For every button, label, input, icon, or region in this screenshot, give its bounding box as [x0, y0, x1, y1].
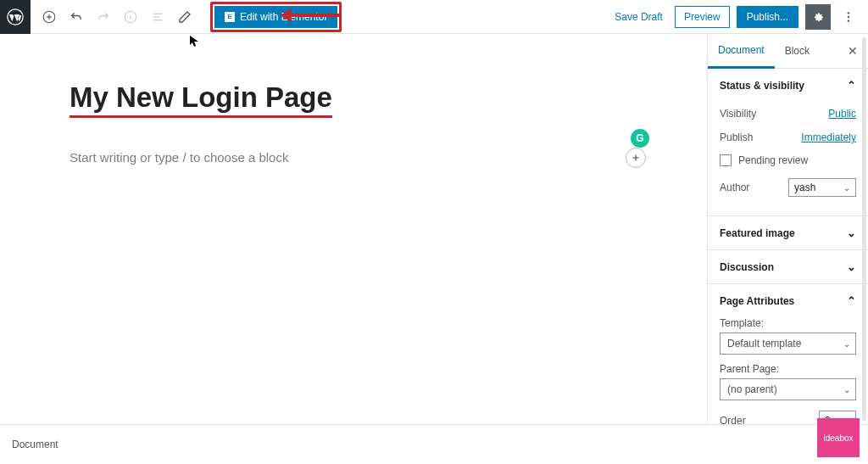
chevron-down-icon: ⌄	[843, 183, 850, 193]
svg-point-10	[848, 12, 849, 14]
svg-point-12	[848, 20, 849, 21]
annotation-highlight: E Edit with Elementor	[210, 2, 342, 32]
parent-label: Parent Page:	[720, 363, 856, 375]
panel-status-header[interactable]: Status & visibility ⌃	[708, 69, 868, 102]
panel-page-attributes-body: Template: Default template ⌄ Parent Page…	[708, 317, 868, 424]
author-select[interactable]: yash ⌄	[788, 178, 856, 197]
panel-page-attributes: Page Attributes ⌃ Template: Default temp…	[708, 284, 868, 424]
publish-label: Publish	[720, 131, 753, 143]
panel-discussion: Discussion ⌄	[708, 250, 868, 284]
top-toolbar: E Edit with Elementor Save Draft Preview…	[0, 0, 868, 34]
template-value: Default template	[727, 338, 801, 349]
panel-status-title: Status & visibility	[720, 80, 804, 92]
panel-discussion-title: Discussion	[720, 261, 774, 273]
editor-canvas: My New Login Page G Start writing or typ…	[0, 34, 707, 424]
publish-button[interactable]: Publish...	[737, 6, 798, 28]
chevron-up-icon: ⌃	[847, 294, 856, 307]
template-label: Template:	[720, 317, 856, 329]
add-block-button[interactable]	[37, 5, 61, 29]
ideabox-badge[interactable]: ideabox	[817, 418, 860, 457]
breadcrumb[interactable]: Document	[12, 439, 58, 450]
elementor-icon: E	[225, 12, 235, 22]
publish-row: Publish Immediately	[720, 126, 856, 149]
info-button[interactable]	[119, 5, 142, 29]
toolbar-left-group: E Edit with Elementor	[31, 2, 342, 32]
author-value: yash	[794, 182, 815, 193]
panel-featured-image-header[interactable]: Featured image ⌄	[708, 216, 868, 249]
add-block-inline-button[interactable]	[626, 148, 646, 168]
visibility-label: Visibility	[720, 108, 756, 120]
content-placeholder[interactable]: Start writing or type / to choose a bloc…	[70, 150, 673, 165]
redo-button[interactable]	[92, 5, 115, 29]
toolbar-right-group: Save Draft Preview Publish...	[615, 4, 868, 30]
editor-footer: Document	[0, 424, 868, 464]
chevron-up-icon: ⌃	[847, 79, 856, 92]
panel-page-attributes-title: Page Attributes	[720, 295, 794, 307]
edit-with-elementor-button[interactable]: E Edit with Elementor	[214, 6, 337, 28]
svg-point-11	[848, 15, 849, 17]
panel-featured-image: Featured image ⌄	[708, 216, 868, 250]
wordpress-logo[interactable]	[0, 0, 31, 34]
panel-status: Status & visibility ⌃ Visibility Public …	[708, 69, 868, 216]
visibility-value[interactable]: Public	[828, 108, 856, 120]
sidebar-scrollbar[interactable]	[862, 37, 866, 421]
author-label: Author	[720, 182, 749, 193]
elementor-button-label: Edit with Elementor	[240, 11, 327, 23]
pending-review-row[interactable]: Pending review	[720, 149, 856, 171]
chevron-down-icon: ⌄	[847, 226, 856, 239]
page-title-input[interactable]: My New Login Page	[70, 81, 332, 118]
parent-value: (no parent)	[727, 383, 777, 395]
parent-select[interactable]: (no parent) ⌄	[720, 378, 856, 400]
settings-sidebar: Document Block ✕ Status & visibility ⌃ V…	[707, 34, 868, 424]
visibility-row: Visibility Public	[720, 102, 856, 126]
order-label: Order	[720, 415, 746, 424]
chevron-down-icon: ⌄	[847, 260, 856, 273]
tab-document[interactable]: Document	[708, 34, 775, 69]
panel-featured-image-title: Featured image	[720, 227, 795, 239]
save-draft-link[interactable]: Save Draft	[615, 11, 663, 23]
more-options-button[interactable]	[837, 4, 860, 30]
edit-button[interactable]	[173, 5, 197, 29]
panel-discussion-header[interactable]: Discussion ⌄	[708, 250, 868, 283]
sidebar-tabs: Document Block ✕	[708, 34, 868, 69]
panel-page-attributes-header[interactable]: Page Attributes ⌃	[708, 284, 868, 317]
chevron-down-icon: ⌄	[843, 385, 850, 394]
chevron-down-icon: ⌄	[843, 339, 850, 349]
elementor-button-wrap: E Edit with Elementor	[210, 2, 342, 32]
pending-review-checkbox[interactable]	[720, 154, 732, 166]
settings-button[interactable]	[805, 4, 831, 30]
template-select[interactable]: Default template ⌄	[720, 333, 856, 355]
tab-block[interactable]: Block	[775, 35, 820, 67]
content-block-row: Start writing or type / to choose a bloc…	[70, 150, 673, 165]
author-row: Author yash ⌄	[720, 171, 856, 204]
panel-status-body: Visibility Public Publish Immediately Pe…	[708, 102, 868, 215]
outline-button[interactable]	[146, 5, 170, 29]
content-wrap: My New Login Page G Start writing or typ…	[0, 34, 868, 424]
undo-button[interactable]	[64, 5, 88, 29]
publish-value[interactable]: Immediately	[801, 131, 856, 143]
pending-review-label: Pending review	[738, 154, 808, 166]
grammarly-badge[interactable]: G	[631, 129, 649, 148]
preview-button[interactable]: Preview	[675, 6, 730, 28]
